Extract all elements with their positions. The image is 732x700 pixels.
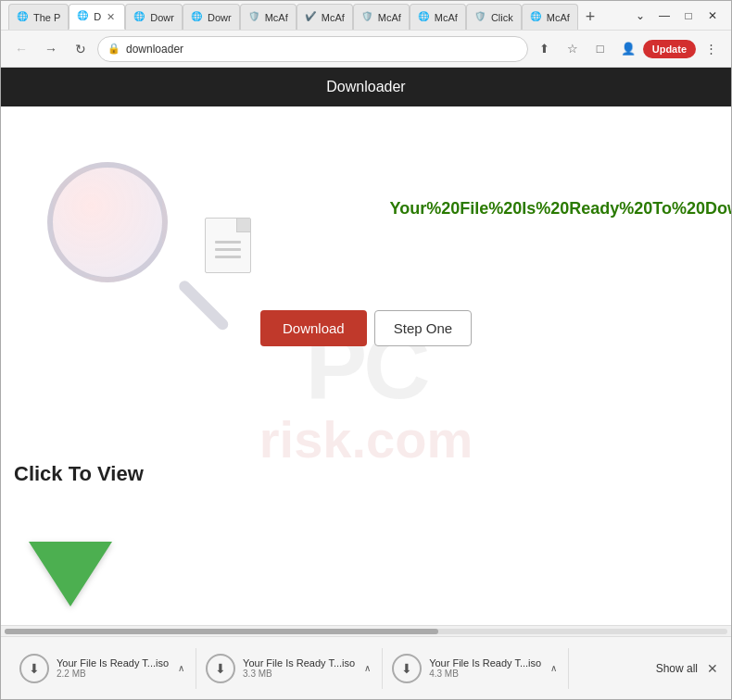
tab-2-close[interactable]: ✕: [105, 10, 117, 24]
file-icon-lines: [215, 241, 241, 258]
magnifier-decoration: [38, 162, 205, 347]
download-item-3-chevron[interactable]: ∧: [549, 661, 559, 675]
tab-9-favicon: 🛡️: [474, 11, 487, 24]
download-item-2-info: Your File Is Ready T...iso 3.3 MB: [243, 657, 355, 679]
download-item-3: ⬇ Your File Is Ready T...iso 4.3 MB ∧: [383, 648, 569, 689]
tab-1-favicon: 🌐: [17, 11, 30, 24]
download-item-1-size: 2.2 MB: [57, 669, 169, 679]
file-line-3: [215, 256, 241, 258]
tab-7[interactable]: 🛡️ McAf: [353, 4, 410, 30]
add-tab-button[interactable]: +: [582, 4, 599, 30]
page-header-title: Downloader: [326, 79, 405, 94]
page-header: Downloader: [1, 68, 731, 106]
tab-3-title: Dowr: [150, 12, 174, 23]
download-item-2-size: 3.3 MB: [243, 669, 355, 679]
nav-actions: ⬆ ☆ □ 👤 Update ⋮: [532, 36, 724, 62]
tab-4-title: Dowr: [208, 12, 232, 23]
ready-text: Your%20File%20Is%20Ready%20To%20Dow: [390, 199, 732, 219]
close-downloads-button[interactable]: ✕: [703, 657, 722, 680]
download-item-3-info: Your File Is Ready T...iso 4.3 MB: [429, 657, 541, 679]
download-button[interactable]: Download: [260, 310, 367, 346]
download-item-2-icon: ⬇: [206, 654, 235, 683]
tab-1-title: The P: [33, 12, 60, 23]
tab-5-favicon: 🛡️: [248, 11, 261, 24]
download-item-1-chevron[interactable]: ∧: [176, 661, 186, 675]
tab-7-favicon: 🛡️: [361, 11, 374, 24]
lock-icon: 🔒: [107, 43, 120, 55]
tab-2[interactable]: 🌐 D ✕: [69, 4, 125, 30]
file-line-2: [215, 248, 241, 251]
tab-5[interactable]: 🛡️ McAf: [240, 4, 297, 30]
tab-2-favicon: 🌐: [77, 10, 90, 23]
chevron-down-button[interactable]: ⌄: [629, 5, 651, 27]
tab-3[interactable]: 🌐 Dowr: [125, 4, 183, 30]
downloads-bar: ⬇ Your File Is Ready T...iso 2.2 MB ∧ ⬇ …: [1, 636, 731, 699]
download-item-3-name: Your File Is Ready T...iso: [429, 657, 541, 669]
tab-3-favicon: 🌐: [133, 11, 146, 24]
tab-8-title: McAf: [435, 12, 458, 23]
update-button[interactable]: Update: [643, 40, 696, 58]
tab-2-title: D: [94, 11, 101, 22]
action-buttons: Download Step One: [260, 310, 472, 346]
more-options-button[interactable]: ⋮: [698, 36, 724, 62]
download-item-2: ⬇ Your File Is Ready T...iso 3.3 MB ∧: [196, 648, 383, 689]
forward-button[interactable]: →: [38, 36, 64, 62]
step-one-button[interactable]: Step One: [374, 310, 472, 346]
file-icon-area: [205, 218, 251, 273]
window-controls: ⌄ — □ ✕: [629, 5, 724, 27]
download-item-1-name: Your File Is Ready T...iso: [57, 657, 169, 669]
download-item-2-name: Your File Is Ready T...iso: [243, 657, 355, 669]
scrollbar-thumb[interactable]: [5, 629, 438, 634]
tab-9[interactable]: 🛡️ Click: [466, 4, 522, 30]
tab-10-favicon: 🌐: [530, 11, 543, 24]
profile-button[interactable]: 👤: [615, 36, 641, 62]
share-button[interactable]: ⬆: [532, 36, 558, 62]
download-item-1-icon: ⬇: [19, 654, 49, 683]
scrollbar-track[interactable]: [5, 629, 727, 634]
refresh-button[interactable]: ↻: [68, 36, 94, 62]
tab-8[interactable]: 🌐 McAf: [410, 4, 466, 30]
title-bar: 🌐 The P 🌐 D ✕ 🌐 Dowr 🌐 Dowr 🛡️ McAf ✔: [1, 1, 731, 31]
tab-7-title: McAf: [378, 12, 401, 23]
tab-4-favicon: 🌐: [191, 11, 204, 24]
down-arrow-icon: [29, 542, 112, 606]
tab-5-title: McAf: [265, 12, 288, 23]
maximize-button[interactable]: □: [677, 5, 700, 27]
tab-8-favicon: 🌐: [418, 11, 431, 24]
magnifier-circle: [47, 162, 168, 282]
tab-10-title: McAf: [547, 12, 570, 23]
back-button[interactable]: ←: [8, 36, 34, 62]
tab-9-title: Click: [491, 12, 513, 23]
file-icon: [205, 218, 251, 273]
watermark-risk: risk.com: [259, 409, 473, 469]
minimize-button[interactable]: —: [653, 5, 675, 27]
main-content: PC risk.com Your%20File%20Is%20R: [1, 106, 731, 625]
close-window-button[interactable]: ✕: [701, 5, 724, 27]
address-bar[interactable]: 🔒 downloader: [97, 36, 528, 62]
download-item-2-chevron[interactable]: ∧: [362, 661, 372, 675]
tab-strip: 🌐 The P 🌐 D ✕ 🌐 Dowr 🌐 Dowr 🛡️ McAf ✔: [8, 1, 629, 30]
collections-button[interactable]: □: [587, 36, 613, 62]
download-item-3-icon: ⬇: [392, 654, 422, 683]
magnifier-handle: [177, 279, 231, 332]
download-item-3-size: 4.3 MB: [429, 669, 541, 679]
tab-6-title: McAf: [322, 12, 345, 23]
browser-window: 🌐 The P 🌐 D ✕ 🌐 Dowr 🌐 Dowr 🛡️ McAf ✔: [0, 0, 732, 700]
tab-1[interactable]: 🌐 The P: [8, 4, 69, 30]
click-to-view-text: Click To View: [14, 462, 144, 486]
arrow-area: [29, 542, 112, 606]
tab-6[interactable]: ✔️ McAf: [297, 4, 353, 30]
tab-10[interactable]: 🌐 McAf: [522, 4, 578, 30]
favorites-button[interactable]: ☆: [560, 36, 586, 62]
url-display: downloader: [126, 43, 518, 56]
tab-4[interactable]: 🌐 Dowr: [183, 4, 240, 30]
nav-bar: ← → ↻ 🔒 downloader ⬆ ☆ □ 👤 Update ⋮: [1, 31, 731, 68]
horizontal-scrollbar[interactable]: [1, 625, 731, 636]
download-item-1: ⬇ Your File Is Ready T...iso 2.2 MB ∧: [10, 648, 196, 689]
browser-content: Downloader PC risk.com: [1, 68, 731, 636]
file-line-1: [215, 241, 241, 244]
tab-6-favicon: ✔️: [305, 11, 318, 24]
show-all-button[interactable]: Show all: [650, 658, 703, 679]
download-item-1-info: Your File Is Ready T...iso 2.2 MB: [57, 657, 169, 679]
